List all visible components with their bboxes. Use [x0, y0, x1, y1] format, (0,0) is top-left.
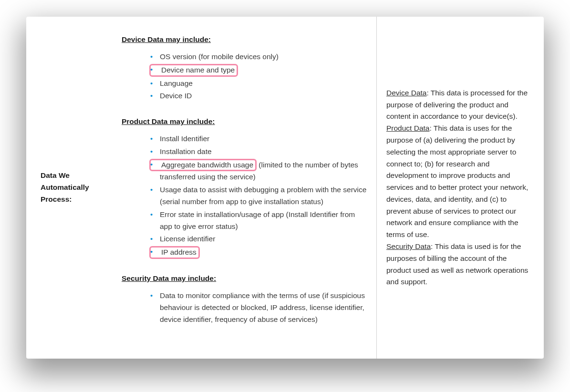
list-item: License identifier [150, 233, 367, 246]
list-item: Install Identifier [150, 133, 367, 145]
list-item: Installation date [150, 145, 367, 158]
page-wrapper: Data We Automatically Process: Device Da… [0, 0, 570, 392]
list-item: IP address [150, 246, 367, 259]
left-column: Data We Automatically Process: [26, 17, 122, 359]
security-data-list: Data to monitor compliance with the term… [122, 289, 367, 326]
product-data-heading: Product Data may include [122, 116, 367, 128]
layout-grid: Data We Automatically Process: Device Da… [26, 17, 544, 359]
middle-column: Device Data may include OS version (for … [122, 17, 377, 359]
list-item: OS version (for mobile devices only) [150, 51, 367, 63]
device-data-heading: Device Data may include [122, 34, 367, 46]
device-data-description: Device Data: This data is processed for … [386, 87, 529, 123]
list-item: Usage data to assist with debugging a pr… [150, 184, 367, 208]
content-card: Data We Automatically Process: Device Da… [26, 17, 544, 359]
product-data-list: Install Identifier Installation date Agg… [122, 133, 367, 259]
right-text-block: Device Data: This data is processed for … [386, 87, 529, 289]
row-title: Data We Automatically Process: [41, 170, 117, 205]
list-item: Aggregate bandwidth usage (limited to th… [150, 158, 367, 184]
highlighted-text: Device name and type [149, 64, 238, 77]
product-data-description: Product Data: This data is uses for the … [386, 123, 529, 241]
list-item: Data to monitor compliance with the term… [150, 289, 367, 326]
list-item: Device ID [150, 90, 367, 103]
right-column: Device Data: This data is processed for … [377, 17, 544, 359]
list-item: Error state in installation/usage of app… [150, 208, 367, 233]
highlighted-text: IP address [149, 246, 200, 259]
list-item: Language [150, 77, 367, 90]
highlighted-text: Aggregate bandwidth usage [149, 159, 257, 172]
device-data-list: OS version (for mobile devices only) Dev… [122, 51, 367, 103]
security-data-heading: Security Data may include [122, 273, 367, 285]
list-item: Device name and type [150, 63, 367, 77]
security-data-description: Security Data: This data is used is for … [386, 241, 529, 288]
